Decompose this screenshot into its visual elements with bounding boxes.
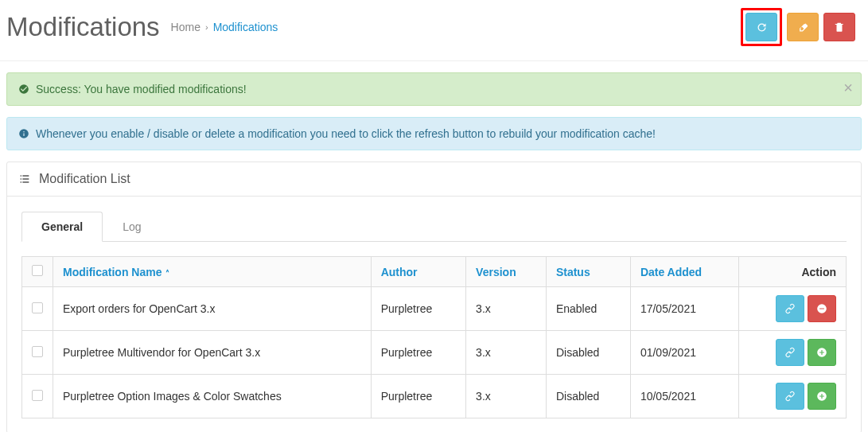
header-version: Version bbox=[466, 257, 547, 287]
header-checkbox-col bbox=[22, 257, 53, 287]
sort-name[interactable]: Modification Name ˄ bbox=[63, 266, 169, 278]
alert-info-text: Whenever you enable / disable or delete … bbox=[36, 127, 656, 140]
page-title: Modifications bbox=[6, 12, 160, 42]
tabs: General Log bbox=[21, 211, 847, 242]
header-action: Action bbox=[739, 257, 847, 287]
trash-icon bbox=[834, 21, 845, 33]
row-checkbox-cell bbox=[22, 287, 53, 331]
tab-general[interactable]: General bbox=[21, 212, 103, 242]
list-icon bbox=[18, 173, 31, 185]
header-status: Status bbox=[546, 257, 630, 287]
header-date: Date Added bbox=[630, 257, 738, 287]
info-circle-icon bbox=[18, 128, 29, 139]
header-author: Author bbox=[371, 257, 465, 287]
modifications-table: Modification Name ˄ Author Version Statu… bbox=[21, 256, 847, 418]
row-author: Purpletree bbox=[371, 331, 465, 375]
panel-heading: Modification List bbox=[7, 162, 861, 197]
breadcrumb-home[interactable]: Home bbox=[171, 21, 200, 33]
page-header: Modifications Home › Modifications bbox=[0, 0, 868, 61]
eraser-icon bbox=[797, 21, 809, 33]
row-date: 10/05/2021 bbox=[630, 375, 738, 418]
row-name: Purpletree Multivendor for OpenCart 3.x bbox=[53, 331, 372, 375]
plus-circle-icon bbox=[816, 391, 827, 402]
refresh-button[interactable] bbox=[745, 13, 777, 41]
breadcrumb: Home › Modifications bbox=[171, 21, 278, 33]
row-name: Export orders for OpenCart 3.x bbox=[53, 287, 372, 331]
sort-status[interactable]: Status bbox=[556, 266, 590, 278]
header-actions bbox=[741, 8, 862, 46]
enable-button[interactable] bbox=[808, 339, 836, 366]
row-author: Purpletree bbox=[371, 375, 465, 418]
table-header-row: Modification Name ˄ Author Version Statu… bbox=[22, 257, 847, 287]
row-checkbox[interactable] bbox=[32, 390, 43, 401]
link-button[interactable] bbox=[776, 383, 804, 410]
sort-author[interactable]: Author bbox=[381, 266, 418, 278]
row-action bbox=[739, 375, 847, 418]
row-version: 3.x bbox=[466, 287, 547, 331]
row-version: 3.x bbox=[466, 375, 547, 418]
refresh-highlight bbox=[741, 8, 782, 46]
panel-body: General Log Modification Name ˄ Author V… bbox=[7, 197, 861, 432]
row-status: Disabled bbox=[546, 331, 630, 375]
row-date: 01/09/2021 bbox=[630, 331, 738, 375]
link-icon bbox=[784, 303, 796, 314]
breadcrumb-current[interactable]: Modifications bbox=[213, 21, 278, 33]
row-checkbox-cell bbox=[22, 375, 53, 418]
minus-circle-icon bbox=[816, 303, 827, 314]
row-checkbox[interactable] bbox=[32, 302, 43, 313]
link-button[interactable] bbox=[776, 295, 804, 322]
disable-button[interactable] bbox=[808, 295, 836, 322]
row-status: Enabled bbox=[546, 287, 630, 331]
select-all-checkbox[interactable] bbox=[32, 265, 43, 276]
alert-info: Whenever you enable / disable or delete … bbox=[6, 117, 862, 150]
alert-success-text: Success: You have modified modifications… bbox=[36, 83, 247, 95]
link-button[interactable] bbox=[776, 339, 804, 366]
sort-version[interactable]: Version bbox=[476, 266, 516, 278]
caret-up-icon: ˄ bbox=[163, 269, 169, 278]
modification-panel: Modification List General Log Modificati… bbox=[6, 162, 862, 432]
plus-circle-icon bbox=[816, 347, 827, 358]
row-status: Disabled bbox=[546, 375, 630, 418]
link-icon bbox=[784, 347, 796, 358]
table-row: Export orders for OpenCart 3.xPurpletree… bbox=[22, 287, 847, 331]
row-checkbox[interactable] bbox=[32, 346, 43, 357]
table-row: Purpletree Multivendor for OpenCart 3.xP… bbox=[22, 331, 847, 375]
alert-close-button[interactable]: × bbox=[843, 80, 853, 95]
delete-button[interactable] bbox=[823, 13, 855, 41]
check-circle-icon bbox=[18, 84, 29, 95]
refresh-icon bbox=[756, 21, 768, 33]
row-action bbox=[739, 287, 847, 331]
enable-button[interactable] bbox=[808, 383, 836, 410]
row-date: 17/05/2021 bbox=[630, 287, 738, 331]
row-author: Purpletree bbox=[371, 287, 465, 331]
panel-heading-text: Modification List bbox=[39, 172, 130, 186]
alert-success: Success: You have modified modifications… bbox=[6, 72, 862, 106]
row-checkbox-cell bbox=[22, 331, 53, 375]
clear-button[interactable] bbox=[787, 13, 819, 41]
row-name: Purpletree Option Images & Color Swatche… bbox=[53, 375, 372, 418]
tab-log[interactable]: Log bbox=[103, 212, 161, 242]
table-row: Purpletree Option Images & Color Swatche… bbox=[22, 375, 847, 418]
sort-date[interactable]: Date Added bbox=[640, 266, 702, 278]
header-name: Modification Name ˄ bbox=[53, 257, 372, 287]
row-action bbox=[739, 331, 847, 375]
breadcrumb-separator: › bbox=[205, 22, 208, 32]
row-version: 3.x bbox=[466, 331, 547, 375]
link-icon bbox=[784, 391, 796, 402]
